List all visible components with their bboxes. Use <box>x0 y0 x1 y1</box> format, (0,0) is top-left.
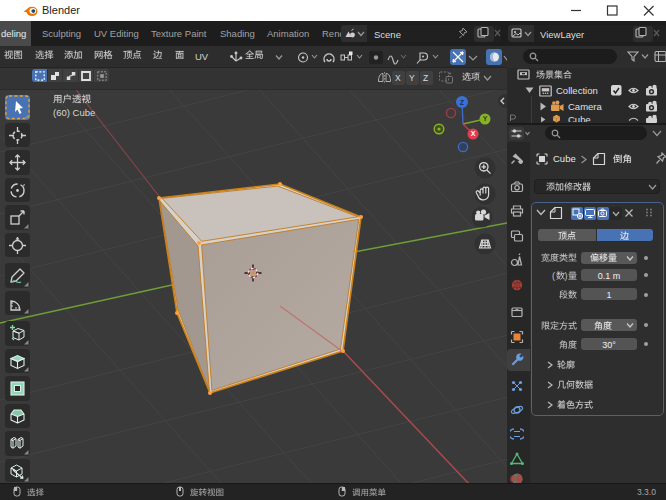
svg-text:Z: Z <box>460 99 465 106</box>
svg-text:Y: Y <box>483 115 488 122</box>
svg-text:X: X <box>471 130 476 137</box>
